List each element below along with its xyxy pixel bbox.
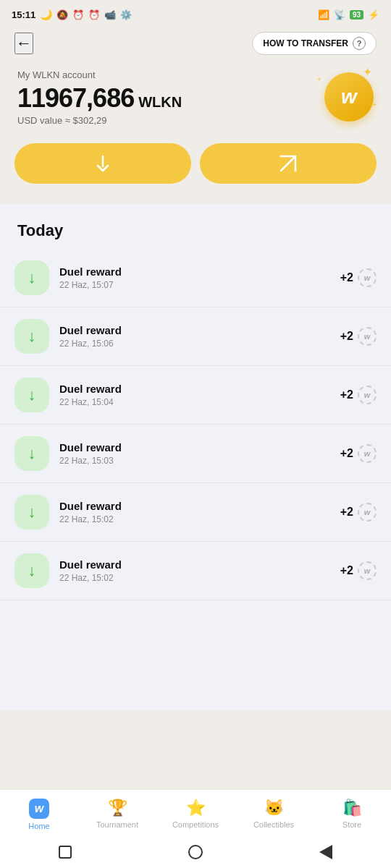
wlkn-coin: ✦ + + w — [316, 64, 374, 122]
home-button[interactable] — [185, 842, 206, 862]
tx-coin-icon-4: w — [358, 503, 377, 522]
tx-title-1: Duel reward — [59, 324, 330, 336]
tx-title-0: Duel reward — [59, 265, 330, 278]
tx-icon-5: ↓ — [14, 553, 49, 588]
receive-icon — [93, 153, 113, 174]
receive-button[interactable] — [14, 143, 191, 184]
nav-label-collectibles: Collectibles — [253, 820, 294, 829]
tx-value-5: +2 — [340, 564, 353, 577]
transaction-list: ↓ Duel reward 22 Haz, 15:07 +2 w ↓ Duel … — [0, 249, 391, 600]
nav-item-home[interactable]: w Home — [0, 796, 78, 833]
tx-coin-icon-1: w — [358, 327, 377, 346]
tx-title-2: Duel reward — [59, 383, 330, 395]
header: ← HOW TO TRANSFER ? — [0, 26, 391, 64]
status-time: 15:11 🌙 🔕 ⏰ ⏰ 📹 ⚙️ — [12, 9, 132, 20]
collectibles-icon: 🐱 — [264, 799, 284, 817]
camera-icon: 📹 — [104, 9, 116, 20]
tx-icon-3: ↓ — [14, 436, 49, 471]
tx-coin-icon-3: w — [358, 444, 377, 463]
tx-amount-2: +2 w — [340, 386, 377, 404]
sparkle-icon-2: + — [317, 75, 321, 83]
account-section: My WLKN account 11967,686 WLKN USD value… — [0, 64, 391, 143]
tx-icon-1: ↓ — [14, 319, 49, 354]
tx-details-3: Duel reward 22 Haz, 15:03 — [59, 441, 330, 466]
tx-value-0: +2 — [340, 271, 353, 284]
charging-icon: ⚡ — [368, 9, 379, 20]
signal-icon: 📶 — [318, 9, 329, 20]
tx-amount-4: +2 w — [340, 503, 377, 522]
tx-title-3: Duel reward — [59, 441, 330, 454]
triangle-icon — [319, 845, 332, 859]
help-icon: ? — [353, 37, 366, 50]
status-bar: 15:11 🌙 🔕 ⏰ ⏰ 📹 ⚙️ 📶 📡 93 ⚡ — [0, 0, 391, 26]
nav-item-tournament[interactable]: 🏆 Tournament — [78, 796, 156, 833]
tx-title-4: Duel reward — [59, 500, 330, 512]
tx-amount-1: +2 w — [340, 327, 377, 346]
section-title: Today — [0, 204, 391, 249]
wifi-icon: 📡 — [334, 9, 345, 20]
tournament-icon: 🏆 — [108, 799, 127, 817]
tx-coin-icon-0: w — [358, 268, 377, 287]
transaction-item: ↓ Duel reward 22 Haz, 15:02 +2 w — [0, 542, 391, 600]
notification-off-icon: 🔕 — [56, 9, 68, 20]
nav-item-collectibles[interactable]: 🐱 Collectibles — [235, 796, 313, 833]
nav-item-store[interactable]: 🛍️ Store — [313, 796, 391, 833]
alarm-icon: ⏰ — [72, 9, 84, 20]
nav-label-tournament: Tournament — [96, 820, 138, 829]
down-arrow-icon: ↓ — [28, 503, 36, 522]
tx-value-2: +2 — [340, 388, 353, 401]
time-display: 15:11 — [12, 9, 35, 20]
status-indicators: 📶 📡 93 ⚡ — [318, 9, 379, 20]
square-icon — [59, 846, 72, 859]
coin-circle: w — [324, 72, 374, 122]
back-system-button[interactable] — [316, 842, 336, 862]
battery-level: 93 — [350, 10, 363, 20]
tx-amount-0: +2 w — [340, 268, 377, 287]
tx-value-3: +2 — [340, 447, 353, 460]
tx-icon-0: ↓ — [14, 260, 49, 295]
transactions-section: Today ↓ Duel reward 22 Haz, 15:07 +2 w ↓… — [0, 204, 391, 710]
tx-date-3: 22 Haz, 15:03 — [59, 456, 330, 466]
transaction-item: ↓ Duel reward 22 Haz, 15:04 +2 w — [0, 366, 391, 425]
down-arrow-icon: ↓ — [28, 561, 36, 580]
tx-details-5: Duel reward 22 Haz, 15:02 — [59, 558, 330, 583]
sparkle-icon-1: ✦ — [363, 65, 372, 79]
wlkn-logo: ✦ + + w — [316, 64, 374, 122]
tx-icon-2: ↓ — [14, 378, 49, 412]
balance-currency: WLKN — [138, 94, 182, 111]
circle-icon — [188, 845, 203, 859]
nav-label-competitions: Competitions — [172, 820, 219, 829]
moon-icon: 🌙 — [40, 9, 52, 20]
tx-date-2: 22 Haz, 15:04 — [59, 397, 330, 407]
transaction-item: ↓ Duel reward 22 Haz, 15:02 +2 w — [0, 483, 391, 542]
tx-value-1: +2 — [340, 330, 353, 343]
home-icon: w — [29, 799, 49, 819]
down-arrow-icon: ↓ — [28, 268, 36, 287]
transaction-item: ↓ Duel reward 22 Haz, 15:06 +2 w — [0, 307, 391, 366]
nav-item-competitions[interactable]: ⭐ Competitions — [156, 796, 235, 833]
tx-date-0: 22 Haz, 15:07 — [59, 280, 330, 290]
how-to-transfer-label: HOW TO TRANSFER — [263, 38, 348, 48]
tx-date-4: 22 Haz, 15:02 — [59, 514, 330, 524]
tx-amount-5: +2 w — [340, 561, 377, 580]
transaction-item: ↓ Duel reward 22 Haz, 15:03 +2 w — [0, 425, 391, 483]
transaction-item: ↓ Duel reward 22 Haz, 15:07 +2 w — [0, 249, 391, 307]
down-arrow-icon: ↓ — [28, 327, 36, 346]
store-icon: 🛍️ — [342, 799, 362, 817]
back-button[interactable]: ← — [14, 33, 33, 54]
down-arrow-icon: ↓ — [28, 386, 36, 404]
tx-details-1: Duel reward 22 Haz, 15:06 — [59, 324, 330, 349]
tx-amount-3: +2 w — [340, 444, 377, 463]
coin-w-letter: w — [341, 85, 357, 109]
send-button[interactable] — [200, 143, 377, 184]
recent-apps-button[interactable] — [55, 842, 75, 862]
how-to-transfer-button[interactable]: HOW TO TRANSFER ? — [252, 32, 377, 55]
tx-date-5: 22 Haz, 15:02 — [59, 573, 330, 583]
tx-title-5: Duel reward — [59, 558, 330, 571]
down-arrow-icon: ↓ — [28, 444, 36, 463]
app-icon: ⚙️ — [120, 9, 132, 20]
tx-coin-icon-2: w — [358, 386, 377, 404]
tx-details-0: Duel reward 22 Haz, 15:07 — [59, 265, 330, 290]
nav-label-home: Home — [28, 822, 49, 830]
system-nav — [0, 836, 391, 868]
